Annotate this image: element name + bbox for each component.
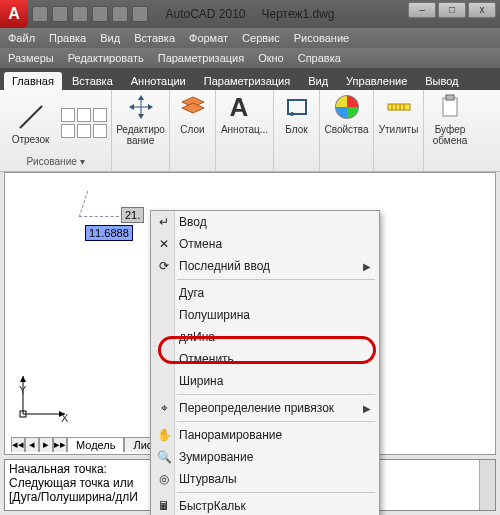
panel-layers: Слои — [170, 90, 216, 171]
properties-button-label: Свойства — [325, 124, 369, 135]
menu-draw[interactable]: Рисование — [294, 32, 349, 44]
ctx-cancel[interactable]: ✕ Отмена — [151, 233, 379, 255]
close-button[interactable]: x — [468, 2, 496, 18]
layers-button[interactable]: Слои — [167, 92, 219, 135]
ctx-recent-input[interactable]: ⟳ Последний ввод ▶ — [151, 255, 379, 277]
modify-button-label: Редактиро вание — [116, 124, 165, 146]
clipboard-icon — [435, 92, 465, 122]
rubber-band-preview — [79, 191, 127, 217]
measure-icon — [384, 92, 414, 122]
menu-parametric[interactable]: Параметризация — [158, 52, 244, 64]
block-icon — [282, 92, 312, 122]
enter-icon: ↵ — [155, 213, 173, 231]
qat-undo-icon[interactable] — [92, 6, 108, 22]
svg-rect-11 — [443, 98, 457, 116]
menu-help[interactable]: Справка — [298, 52, 341, 64]
qat-save-icon[interactable] — [72, 6, 88, 22]
qat-print-icon[interactable] — [132, 6, 148, 22]
clipboard-button[interactable]: Буфер обмена — [424, 92, 476, 146]
app-logo[interactable]: A — [0, 0, 28, 28]
ctx-undo-label: Отменить — [179, 352, 234, 366]
tab-parametric[interactable]: Параметризация — [196, 72, 298, 90]
ctx-halfwidth[interactable]: Полуширина — [151, 304, 379, 326]
dynamic-input-length[interactable]: 11.6888 — [85, 225, 133, 241]
ctx-wheel-label: Штурвалы — [179, 472, 237, 486]
menu-dimensions[interactable]: Размеры — [8, 52, 54, 64]
quick-access-toolbar — [32, 6, 148, 22]
window-controls: – □ x — [408, 2, 496, 18]
maximize-button[interactable]: □ — [438, 2, 466, 18]
recent-icon: ⟳ — [155, 257, 173, 275]
ctx-separator — [177, 394, 375, 395]
block-button-label: Блок — [285, 124, 307, 135]
qat-new-icon[interactable] — [32, 6, 48, 22]
panel-annotation: A Аннотац... — [216, 90, 274, 171]
ctx-pan[interactable]: ✋ Панорамирование — [151, 424, 379, 446]
ctx-width-label: Ширина — [179, 374, 223, 388]
menu-edit[interactable]: Правка — [49, 32, 86, 44]
cmd-scrollbar[interactable] — [479, 460, 495, 510]
layout-nav-next[interactable]: ▸ — [39, 437, 53, 452]
ctx-halfwidth-label: Полуширина — [179, 308, 250, 322]
ribbon: Отрезок Рисование ▾ Редактиро вание Слои — [0, 90, 500, 172]
ucs-icon: Y X — [17, 370, 77, 422]
block-button[interactable]: Блок — [271, 92, 323, 135]
ctx-undo[interactable]: Отменить — [151, 348, 379, 370]
ctx-length[interactable]: длИна — [151, 326, 379, 348]
qat-open-icon[interactable] — [52, 6, 68, 22]
ctx-arc[interactable]: Дуга — [151, 282, 379, 304]
move-icon — [126, 92, 156, 122]
menu-bar-2: Размеры Редактировать Параметризация Окн… — [0, 48, 500, 68]
menu-format[interactable]: Формат — [189, 32, 228, 44]
ctx-quickcalc[interactable]: 🖩 БыстрКальк — [151, 495, 379, 515]
tab-manage[interactable]: Управление — [338, 72, 415, 90]
ctx-cancel-label: Отмена — [179, 237, 222, 251]
dynamic-input-angle[interactable]: 21. — [121, 207, 144, 223]
properties-button[interactable]: Свойства — [321, 92, 373, 135]
annotation-button[interactable]: A Аннотац... — [219, 92, 271, 135]
layout-nav-last[interactable]: ▸▸ — [53, 437, 67, 452]
tab-model[interactable]: Модель — [67, 437, 124, 452]
ctx-width[interactable]: Ширина — [151, 370, 379, 392]
ctx-zoom[interactable]: 🔍 Зумирование — [151, 446, 379, 468]
tab-output[interactable]: Вывод — [417, 72, 466, 90]
menu-modify[interactable]: Редактировать — [68, 52, 144, 64]
ctx-enter[interactable]: ↵ Ввод — [151, 211, 379, 233]
utilities-button[interactable]: Утилиты — [373, 92, 425, 135]
line-button[interactable]: Отрезок — [5, 102, 57, 145]
tab-annotate[interactable]: Аннотации — [123, 72, 194, 90]
tab-home[interactable]: Главная — [4, 72, 62, 90]
ctx-pan-label: Панорамирование — [179, 428, 282, 442]
ctx-separator — [177, 421, 375, 422]
svg-rect-12 — [446, 95, 454, 100]
panel-clipboard: Буфер обмена — [424, 90, 476, 171]
panel-properties: Свойства — [320, 90, 374, 171]
layout-nav-prev[interactable]: ◂ — [25, 437, 39, 452]
draw-mini-buttons[interactable] — [61, 108, 107, 138]
app-name: AutoCAD 2010 — [165, 7, 245, 21]
svg-rect-3 — [288, 100, 306, 114]
panel-draw-label[interactable]: Рисование ▾ — [22, 154, 88, 169]
panel-utilities: Утилиты — [374, 90, 424, 171]
menu-window[interactable]: Окно — [258, 52, 284, 64]
calc-icon: 🖩 — [155, 497, 173, 515]
tab-view[interactable]: Вид — [300, 72, 336, 90]
menu-file[interactable]: Файл — [8, 32, 35, 44]
menu-insert[interactable]: Вставка — [134, 32, 175, 44]
ctx-snap-overrides[interactable]: ⌖ Переопределение привязок ▶ — [151, 397, 379, 419]
svg-rect-6 — [388, 104, 410, 110]
tab-insert[interactable]: Вставка — [64, 72, 121, 90]
ctx-steering-wheels[interactable]: ◎ Штурвалы — [151, 468, 379, 490]
title-text: AutoCAD 2010 Чертеж1.dwg — [165, 7, 334, 21]
layout-nav-first[interactable]: ◂◂ — [11, 437, 25, 452]
minimize-button[interactable]: – — [408, 2, 436, 18]
menu-view[interactable]: Вид — [100, 32, 120, 44]
svg-line-0 — [20, 106, 42, 128]
modify-button[interactable]: Редактиро вание — [115, 92, 167, 146]
ctx-length-label: длИна — [179, 330, 215, 344]
annotation-button-label: Аннотац... — [221, 124, 268, 135]
ctx-quickcalc-label: БыстрКальк — [179, 499, 246, 513]
qat-redo-icon[interactable] — [112, 6, 128, 22]
line-icon — [16, 102, 46, 132]
menu-tools[interactable]: Сервис — [242, 32, 280, 44]
